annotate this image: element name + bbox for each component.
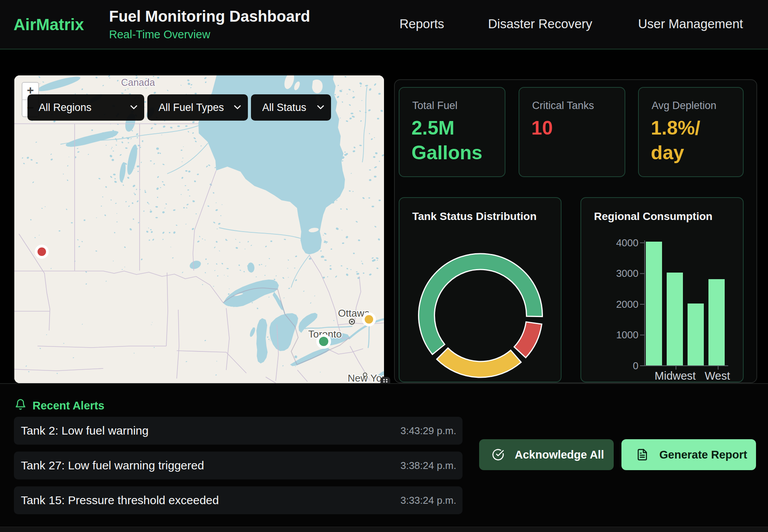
- svg-text:West: West: [705, 370, 730, 382]
- svg-text:Midwest: Midwest: [655, 370, 696, 382]
- svg-text:1000: 1000: [616, 329, 638, 341]
- svg-text:4000: 4000: [616, 237, 638, 249]
- svg-text:2000: 2000: [616, 298, 638, 310]
- svg-text:Canada: Canada: [121, 77, 155, 88]
- svg-text:0: 0: [633, 360, 638, 372]
- svg-text:3000: 3000: [616, 268, 638, 279]
